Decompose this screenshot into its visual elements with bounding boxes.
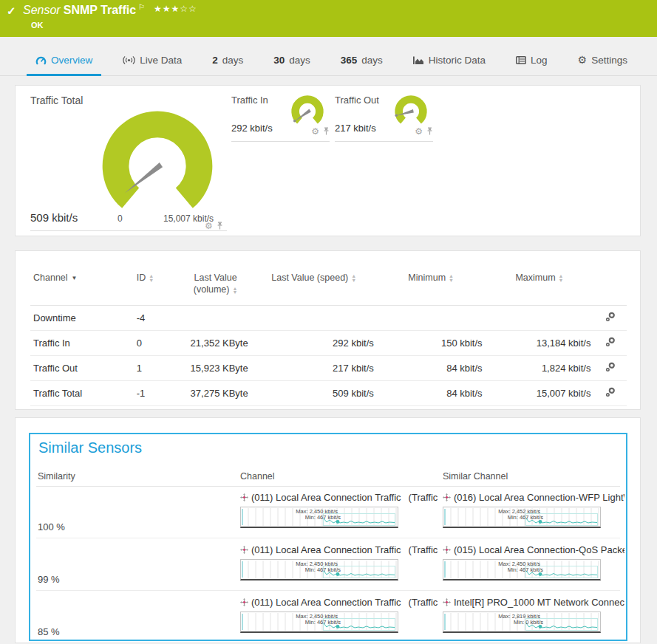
channel-id: 0 bbox=[134, 330, 180, 355]
channel-minimum: 150 kbit/s bbox=[377, 330, 486, 355]
status-badge: OK bbox=[31, 21, 44, 30]
channel-name[interactable]: Downtime bbox=[30, 305, 134, 330]
sort-icon: ▲▼ bbox=[449, 274, 454, 282]
similar-channel-link[interactable]: Intel[R] PRO_1000 MT Network Connection(… bbox=[443, 597, 624, 633]
gauge-total-divider bbox=[30, 230, 227, 231]
status-check-icon: ✓ bbox=[7, 4, 16, 18]
tab-2-days[interactable]: 2 days bbox=[212, 44, 243, 75]
gear-icon[interactable]: ⚙ bbox=[205, 222, 213, 230]
channel-link[interactable]: (011) Local Area Connection Traffic(Traf… bbox=[240, 492, 438, 528]
gauge-out-value: 217 kbit/s bbox=[335, 123, 376, 134]
stars-filled[interactable]: ★★★ bbox=[154, 4, 180, 14]
tab-365-days[interactable]: 365 days bbox=[341, 44, 383, 75]
gear-icon[interactable]: ⚙ bbox=[311, 127, 319, 136]
tab-live-data[interactable]: Live Data bbox=[123, 44, 182, 75]
channels-panel: Channel▼ ID▲▼ Last Value (volume)▲▼ Last… bbox=[15, 250, 641, 410]
similar-sensor-row: 85 % (011) Local Area Connection Traffic… bbox=[36, 591, 620, 643]
column-header-minimum[interactable]: Minimum▲▼ bbox=[377, 264, 486, 305]
sort-icon: ▲▼ bbox=[149, 274, 154, 282]
stars-empty[interactable]: ☆☆ bbox=[180, 4, 197, 14]
pin-icon[interactable] bbox=[323, 125, 330, 138]
gauge-in-label: Traffic In bbox=[231, 95, 268, 106]
channel-maximum bbox=[486, 305, 594, 330]
column-header-volume[interactable]: Last Value (volume)▲▼ bbox=[180, 264, 251, 305]
tab-label: days bbox=[222, 55, 244, 66]
tab-overview[interactable]: Overview bbox=[35, 44, 92, 75]
sort-icon: ▲▼ bbox=[351, 274, 356, 282]
similar-sensors-title: Similar Sensors bbox=[38, 439, 142, 456]
mini-graph[interactable]: Max: 2,450 kbit/s Min: 467 kbit/s bbox=[240, 612, 398, 633]
column-header-maximum[interactable]: Maximum▲▼ bbox=[486, 264, 594, 305]
gauge-icon bbox=[35, 55, 47, 65]
svg-text:Min: 467 kbit/s: Min: 467 kbit/s bbox=[508, 514, 544, 521]
channel-name[interactable]: Traffic In bbox=[30, 330, 134, 355]
column-header-speed[interactable]: Last Value (speed)▲▼ bbox=[251, 264, 377, 305]
similarity-value: 100 % bbox=[38, 521, 65, 532]
channel-table-row[interactable]: Downtime -4 bbox=[30, 305, 627, 330]
priority-flag-icon[interactable]: ⚐ bbox=[138, 3, 145, 11]
similar-channel-link[interactable]: (016) Local Area Connection-WFP LightWei… bbox=[443, 492, 624, 528]
crosshair-icon bbox=[443, 598, 451, 606]
channel-link[interactable]: (011) Local Area Connection Traffic(Traf… bbox=[240, 597, 438, 633]
similar-sensors-box: Similar Sensors Similarity Channel Simil… bbox=[29, 433, 627, 641]
similar-channel-link[interactable]: (015) Local Area Connection-QoS Packet S… bbox=[443, 544, 624, 580]
svg-text:Min: 467 kbit/s: Min: 467 kbit/s bbox=[305, 619, 341, 626]
mini-graph[interactable]: Max: 2,450 kbit/s Min: 467 kbit/s bbox=[240, 559, 398, 580]
page-title: SNMP Traffic bbox=[64, 4, 136, 16]
channel-table-row[interactable]: Traffic Out 1 15,923 KByte 217 kbit/s 84… bbox=[30, 355, 627, 380]
historic-chart-icon bbox=[413, 55, 424, 64]
pin-icon[interactable] bbox=[426, 125, 433, 138]
channel-name-text: Intel[R] PRO_1000 MT Network Connection bbox=[454, 597, 624, 608]
tab-label: Log bbox=[531, 55, 548, 66]
similarity-value: 99 % bbox=[38, 574, 60, 585]
priority-stars[interactable]: ★★★☆☆ bbox=[154, 4, 197, 14]
channel-settings-icon[interactable] bbox=[605, 363, 616, 374]
sort-icon: ▲▼ bbox=[232, 287, 237, 295]
channel-maximum: 15,007 kbit/s bbox=[486, 380, 594, 405]
mini-graph[interactable]: Max: 2,450 kbit/s Min: 467 kbit/s bbox=[240, 507, 398, 528]
tab-number: 30 bbox=[273, 55, 285, 66]
tab-number: 2 bbox=[212, 55, 218, 66]
channel-settings-icon[interactable] bbox=[605, 338, 616, 349]
mini-graph[interactable]: Max: 2,819 kbit/s Min: 0 kbit/s bbox=[443, 612, 601, 633]
tab-settings[interactable]: ⚙ Settings bbox=[578, 44, 627, 75]
channel-settings-icon[interactable] bbox=[605, 313, 616, 324]
svg-text:Min: 0 kbit/s: Min: 0 kbit/s bbox=[514, 619, 543, 626]
column-header-channel: Channel bbox=[240, 471, 275, 482]
channel-table-row[interactable]: Traffic In 0 21,352 KByte 292 kbit/s 150… bbox=[30, 330, 627, 355]
column-header-channel[interactable]: Channel▼ bbox=[30, 264, 134, 305]
channel-last-speed bbox=[251, 305, 377, 330]
gauge-in-cell: Traffic In 292 kbit/s ⚙ bbox=[231, 92, 330, 142]
channel-name[interactable]: Traffic Total bbox=[30, 380, 134, 405]
sort-desc-icon: ▼ bbox=[72, 275, 78, 282]
tab-historic-data[interactable]: Historic Data bbox=[413, 44, 486, 75]
tab-label: days bbox=[289, 55, 310, 66]
tab-30-days[interactable]: 30 days bbox=[273, 44, 310, 75]
channel-maximum: 1,824 kbit/s bbox=[486, 355, 594, 380]
channel-minimum: 84 kbit/s bbox=[377, 355, 486, 380]
channel-name[interactable]: Traffic Out bbox=[30, 355, 134, 380]
gauge-out-label: Traffic Out bbox=[335, 95, 379, 106]
channel-table-body: Downtime -4 Traffic In 0 21,352 KByte 29… bbox=[30, 305, 627, 405]
channel-table-row[interactable]: Traffic Total -1 37,275 KByte 509 kbit/s… bbox=[30, 380, 627, 405]
similar-sensors-panel: Similar Sensors Similarity Channel Simil… bbox=[15, 417, 641, 643]
channel-name-truncated: (Traffic To bbox=[409, 544, 438, 555]
tab-log[interactable]: Log bbox=[516, 44, 548, 75]
tab-label: Live Data bbox=[140, 55, 182, 66]
channel-table: Channel▼ ID▲▼ Last Value (volume)▲▼ Last… bbox=[30, 264, 627, 406]
gear-icon[interactable]: ⚙ bbox=[415, 127, 423, 136]
channel-link[interactable]: (011) Local Area Connection Traffic(Traf… bbox=[240, 544, 438, 580]
mini-graph[interactable]: Max: 2,450 kbit/s Min: 467 kbit/s bbox=[443, 559, 601, 580]
similar-sensor-row: 100 % (011) Local Area Connection Traffi… bbox=[36, 486, 620, 538]
active-tab-underline bbox=[27, 74, 101, 76]
mini-graph[interactable]: Max: 2,452 kbit/s Min: 467 kbit/s bbox=[443, 507, 601, 528]
channel-name-truncated: (Traffic To bbox=[409, 597, 438, 608]
channel-last-volume: 37,275 KByte bbox=[180, 380, 251, 405]
channel-last-speed: 292 kbit/s bbox=[251, 330, 377, 355]
channel-last-volume: 15,923 KByte bbox=[180, 355, 251, 380]
column-header-id[interactable]: ID▲▼ bbox=[134, 264, 180, 305]
channel-id: -1 bbox=[134, 380, 180, 405]
gauge-total-value: 509 kbit/s bbox=[30, 211, 78, 224]
channel-settings-icon[interactable] bbox=[605, 388, 616, 400]
channel-name-text: (011) Local Area Connection Traffic bbox=[251, 597, 401, 608]
